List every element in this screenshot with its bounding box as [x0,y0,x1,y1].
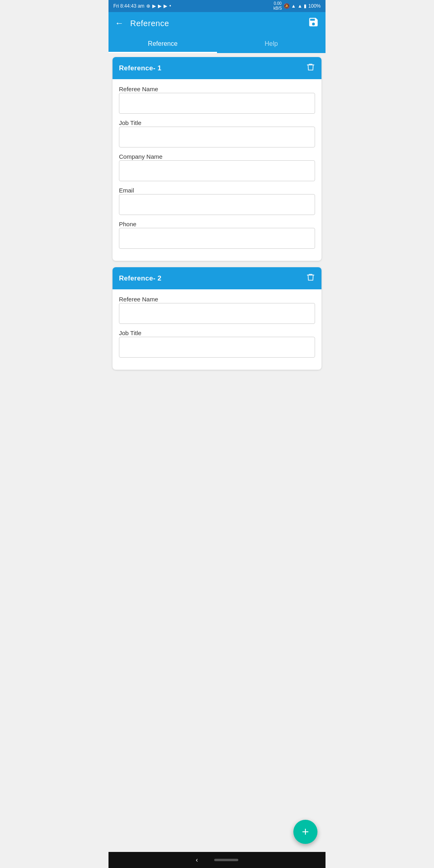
phone-field-1: Phone [119,221,315,249]
referee-name-label-2: Referee Name [119,296,158,303]
reference-card-1: Reference- 1 Referee Name Job Title Comp… [113,57,321,261]
content-area: Reference- 1 Referee Name Job Title Comp… [108,53,326,408]
gps-icon: ⊕ [146,3,150,9]
app-bar-title: Reference [130,19,169,28]
tab-reference[interactable]: Reference [108,35,217,53]
save-button[interactable] [308,16,319,30]
email-label-1: Email [119,187,134,194]
referee-name-field-2: Referee Name [119,296,315,324]
referee-name-input-1[interactable] [119,93,315,114]
tab-help[interactable]: Help [217,35,326,53]
signal-icon: ▲ [297,3,302,9]
status-bar: Fri 8:44:43 am ⊕ ▶ ▶ ▶ • 0.00kB/S 🔕 ▲ ▲ … [108,0,326,12]
email-field-1: Email [119,187,315,215]
battery-icon: ▮ [304,3,307,9]
job-title-input-2[interactable] [119,337,315,358]
app-bar-left: ← Reference [115,18,169,29]
company-name-field-1: Company Name [119,153,315,181]
tab-bar: Reference Help [108,35,326,53]
card-body-2: Referee Name Job Title [113,289,321,370]
wifi-icon: ▲ [291,3,296,9]
status-left: Fri 8:44:43 am ⊕ ▶ ▶ ▶ • [113,3,171,9]
phone-input-1[interactable] [119,228,315,249]
company-name-input-1[interactable] [119,160,315,181]
dot-indicator: • [169,3,171,9]
email-input-1[interactable] [119,194,315,215]
network-speed: 0.00kB/S [273,1,282,11]
time-display: Fri 8:44:43 am [113,3,144,9]
youtube-icon-2: ▶ [158,3,162,9]
trash-icon-2 [306,273,315,282]
job-title-field-2: Job Title [119,330,315,358]
phone-label-1: Phone [119,221,136,227]
card-header-2: Reference- 2 [113,267,321,289]
card-header-1: Reference- 1 [113,57,321,79]
delete-reference-1-button[interactable] [306,63,315,74]
referee-name-field-1: Referee Name [119,86,315,114]
referee-name-label-1: Referee Name [119,86,158,92]
app-bar: ← Reference [108,12,326,35]
trash-icon-1 [306,63,315,72]
reference-card-2: Reference- 2 Referee Name Job Title [113,267,321,370]
company-name-label-1: Company Name [119,153,162,160]
status-right: 0.00kB/S 🔕 ▲ ▲ ▮ 100% [273,1,321,11]
back-button[interactable]: ← [115,18,124,29]
job-title-label-2: Job Title [119,330,141,336]
delete-reference-2-button[interactable] [306,273,315,284]
notification-mute-icon: 🔕 [284,3,290,9]
job-title-field-1: Job Title [119,119,315,147]
battery-percent: 100% [308,3,321,9]
referee-name-input-2[interactable] [119,303,315,324]
card-title-1: Reference- 1 [119,64,162,72]
card-body-1: Referee Name Job Title Company Name Emai… [113,79,321,261]
card-title-2: Reference- 2 [119,274,162,283]
youtube-icon-1: ▶ [152,3,156,9]
job-title-label-1: Job Title [119,119,141,126]
job-title-input-1[interactable] [119,127,315,147]
save-icon [308,16,319,28]
youtube-icon-3: ▶ [164,3,167,9]
